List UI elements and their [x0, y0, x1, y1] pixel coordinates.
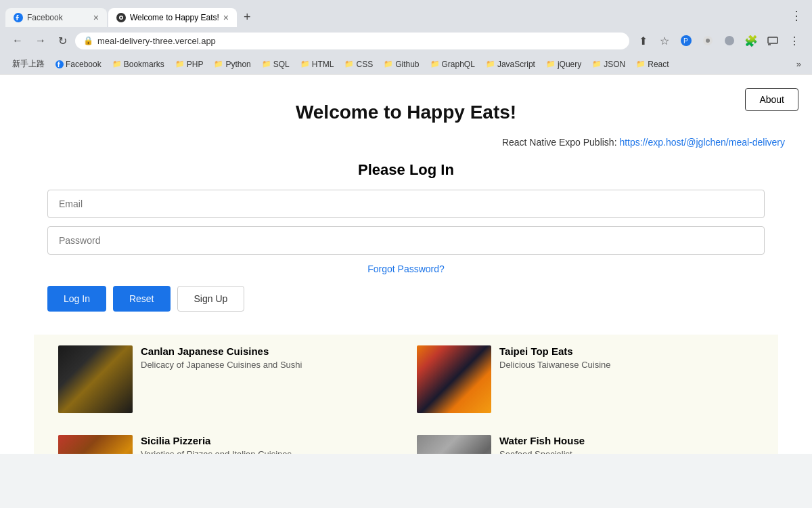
reload-button[interactable]: ↻: [54, 32, 71, 50]
restaurant-image-sicilia: [58, 435, 133, 454]
page-wrapper: About Welcome to Happy Eats! React Nativ…: [0, 75, 812, 454]
restaurant-card-waterfish[interactable]: Water Fish House Seafood Specialist: [406, 424, 765, 454]
tab-happy-eats-close[interactable]: ×: [223, 13, 229, 22]
profile-icon[interactable]: P: [677, 31, 696, 50]
bookmark-json[interactable]: 📁 JSON: [588, 58, 629, 70]
forward-button[interactable]: →: [31, 32, 50, 49]
svg-point-1: [120, 17, 122, 19]
restaurant-info-sicilia: Sicilia Pizzeria Varieties of Pizzas and…: [141, 435, 395, 454]
bookmarks-bar: 新手上路 Facebook 📁 Bookmarks 📁 PHP 📁 Python…: [0, 54, 812, 75]
menu-icon[interactable]: ⋮: [785, 31, 804, 50]
page-title: Welcome to Happy Eats!: [14, 102, 798, 123]
about-button[interactable]: About: [745, 88, 798, 111]
restaurant-name-taipei: Taipei Top Eats: [499, 345, 754, 357]
address-text: meal-delivery-three.vercel.app: [97, 36, 621, 46]
svg-rect-7: [768, 37, 777, 43]
expo-link-row: React Native Expo Publish: https://exp.h…: [27, 137, 785, 148]
cast-icon[interactable]: [763, 31, 782, 50]
bookmark-jquery[interactable]: 📁 jQuery: [542, 58, 585, 70]
extension1-icon[interactable]: [698, 31, 717, 50]
bookmark-react[interactable]: 📁 React: [632, 58, 673, 70]
bookmark-css[interactable]: 📁 CSS: [340, 58, 377, 70]
extensions-icon[interactable]: 🧩: [742, 31, 761, 50]
bookmarks-more[interactable]: »: [794, 58, 804, 70]
toolbar-icons: ⬆ ☆ P 🧩 ⋮: [633, 31, 804, 50]
login-section: Please Log In Forgot Password? Log In Re…: [34, 154, 778, 335]
expo-label: React Native Expo Publish:: [502, 137, 617, 148]
auth-button-row: Log In Reset Sign Up: [47, 286, 765, 312]
restaurant-name-canlan: Canlan Japanese Cuisines: [141, 345, 395, 357]
bookmark-xinshoushanglu[interactable]: 新手上路: [8, 57, 49, 71]
address-bar-row: ← → ↻ 🔒 meal-delivery-three.vercel.app ⬆…: [0, 27, 812, 54]
tab-facebook-label: Facebook: [27, 13, 63, 22]
restaurant-desc-waterfish: Seafood Specialist: [499, 449, 754, 454]
email-input[interactable]: [47, 190, 765, 218]
bookmark-bookmarks[interactable]: 📁 Bookmarks: [108, 58, 168, 70]
page-header: Welcome to Happy Eats!: [14, 88, 798, 130]
signup-button[interactable]: Sign Up: [177, 286, 245, 312]
forgot-password-link[interactable]: Forgot Password?: [367, 263, 445, 274]
restaurant-desc-canlan: Delicacy of Japanese Cuisines and Sushi: [141, 360, 395, 370]
tab-bar: Facebook × Welcome to Happy Eats! × + ⋮: [0, 0, 812, 27]
restaurant-desc-taipei: Delicious Taiwanese Cuisine: [499, 360, 754, 370]
restaurant-name-waterfish: Water Fish House: [499, 435, 754, 446]
restaurant-info-taipei: Taipei Top Eats Delicious Taiwanese Cuis…: [499, 345, 754, 370]
bookmark-html[interactable]: 📁 HTML: [296, 58, 338, 70]
forgot-password-row: Forgot Password?: [47, 263, 765, 275]
tab-facebook-close[interactable]: ×: [93, 13, 99, 22]
svg-text:P: P: [683, 37, 688, 45]
browser-overflow-button[interactable]: ⋮: [786, 4, 807, 27]
svg-point-6: [725, 36, 734, 45]
restaurant-image-waterfish: [417, 435, 491, 454]
tab-facebook[interactable]: Facebook ×: [5, 8, 107, 27]
bookmark-facebook[interactable]: Facebook: [51, 58, 106, 70]
page-content: About Welcome to Happy Eats! React Nativ…: [0, 75, 812, 454]
address-box[interactable]: 🔒 meal-delivery-three.vercel.app: [75, 33, 629, 49]
tab-happy-eats[interactable]: Welcome to Happy Eats! ×: [108, 8, 237, 27]
restaurant-grid: Canlan Japanese Cuisines Delicacy of Jap…: [34, 335, 778, 454]
restaurant-info-waterfish: Water Fish House Seafood Specialist: [499, 435, 754, 454]
bookmark-javascript[interactable]: 📁 JavaScript: [482, 58, 539, 70]
bookmark-github[interactable]: 📁 Github: [380, 58, 423, 70]
share-icon[interactable]: ⬆: [633, 31, 652, 50]
extension2-icon[interactable]: [720, 31, 739, 50]
restaurant-image-taipei: [417, 345, 491, 413]
back-button[interactable]: ←: [8, 32, 27, 49]
browser-chrome: Facebook × Welcome to Happy Eats! × + ⋮ …: [0, 0, 812, 75]
svg-point-5: [706, 39, 710, 43]
bookmark-sql[interactable]: 📁 SQL: [258, 58, 294, 70]
bookmark-star-icon[interactable]: ☆: [655, 31, 674, 50]
login-title: Please Log In: [47, 161, 765, 179]
restaurant-image-canlan: [58, 345, 133, 413]
tab-happy-eats-label: Welcome to Happy Eats!: [130, 13, 219, 22]
expo-link[interactable]: https://exp.host/@jglchen/meal-delivery: [619, 137, 785, 148]
new-tab-button[interactable]: +: [238, 7, 256, 27]
reset-button[interactable]: Reset: [113, 286, 171, 312]
restaurant-card-canlan[interactable]: Canlan Japanese Cuisines Delicacy of Jap…: [47, 335, 406, 424]
password-input[interactable]: [47, 226, 765, 255]
bookmark-python[interactable]: 📁 Python: [210, 58, 254, 70]
bookmark-graphql[interactable]: 📁 GraphQL: [426, 58, 479, 70]
restaurant-desc-sicilia: Varieties of Pizzas and Italian Cuisines: [141, 449, 395, 454]
restaurant-name-sicilia: Sicilia Pizzeria: [141, 435, 395, 446]
bookmark-php[interactable]: 📁 PHP: [171, 58, 208, 70]
login-button[interactable]: Log In: [47, 286, 106, 312]
restaurant-card-sicilia[interactable]: Sicilia Pizzeria Varieties of Pizzas and…: [47, 424, 406, 454]
lock-icon: 🔒: [83, 36, 93, 45]
restaurant-info-canlan: Canlan Japanese Cuisines Delicacy of Jap…: [141, 345, 395, 370]
restaurant-card-taipei[interactable]: Taipei Top Eats Delicious Taiwanese Cuis…: [406, 335, 765, 424]
